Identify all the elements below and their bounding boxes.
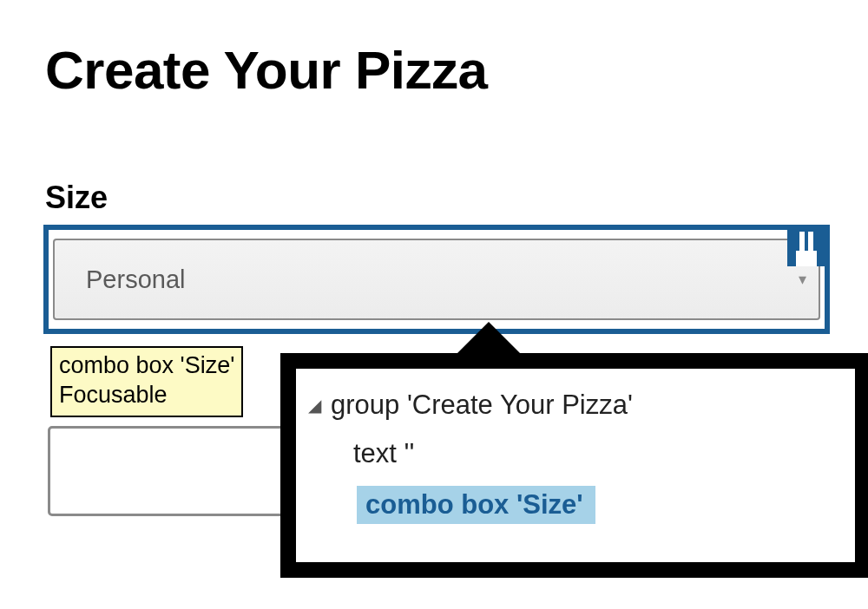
page-title: Create Your Pizza: [45, 39, 488, 101]
svg-rect-1: [796, 251, 817, 266]
accessibility-tooltip: combo box 'Size' Focusable: [50, 346, 243, 417]
size-combobox[interactable]: Personal ▾: [53, 239, 820, 320]
size-combobox-focus-ring: Personal ▾: [43, 225, 830, 334]
panel-pointer-icon: [454, 322, 523, 357]
tree-row-group[interactable]: ◢ group 'Create Your Pizza': [299, 381, 838, 429]
chevron-down-icon: ▾: [799, 270, 806, 289]
inspector-badge-icon: [787, 228, 825, 266]
tooltip-line-1: combo box 'Size': [59, 351, 234, 381]
svg-rect-3: [808, 232, 813, 252]
size-label: Size: [45, 180, 108, 216]
tooltip-line-2: Focusable: [59, 381, 234, 410]
tree-row-text-label: text '': [353, 438, 414, 469]
size-combobox-value: Personal: [86, 265, 185, 294]
tree-row-group-label: group 'Create Your Pizza': [331, 390, 633, 421]
tree-row-text[interactable]: text '': [299, 429, 838, 478]
tree-twisty-icon[interactable]: ◢: [305, 395, 324, 416]
accessibility-tree-panel: ◢ group 'Create Your Pizza' text '' comb…: [280, 353, 868, 578]
tree-row-selected[interactable]: combo box 'Size': [352, 478, 838, 532]
svg-rect-2: [799, 232, 805, 252]
tree-row-selected-label: combo box 'Size': [357, 486, 595, 524]
